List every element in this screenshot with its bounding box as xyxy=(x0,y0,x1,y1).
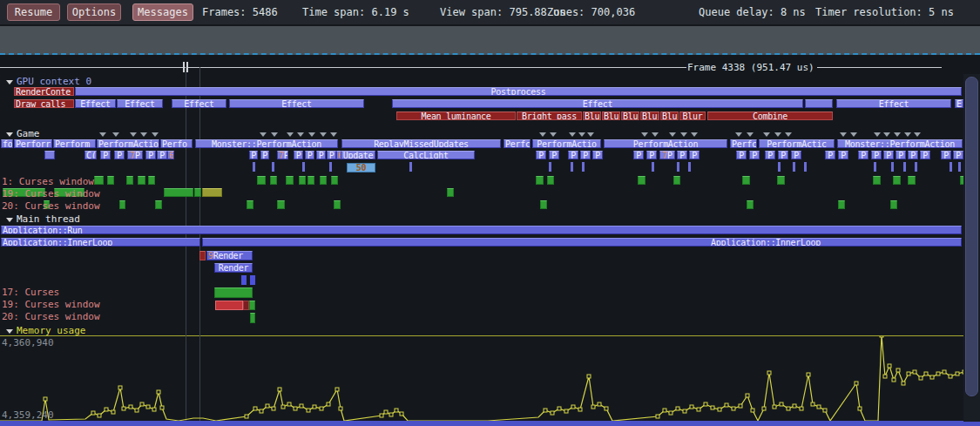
zone-box[interactable] xyxy=(320,176,327,185)
zone-group-marker-icon[interactable] xyxy=(320,132,327,137)
zone-box[interactable] xyxy=(409,162,412,172)
zone-box[interactable] xyxy=(286,176,294,185)
zone-box[interactable] xyxy=(243,301,249,310)
zone-box[interactable]: P xyxy=(838,151,848,159)
zone-box[interactable] xyxy=(302,162,305,172)
zone-box[interactable]: PerformAction xyxy=(604,139,727,148)
zone-box[interactable]: P xyxy=(689,151,700,159)
scrollbar-track[interactable] xyxy=(963,74,980,422)
zone-group-marker-icon[interactable] xyxy=(308,132,315,137)
zone-box[interactable] xyxy=(793,162,795,172)
zone-box[interactable] xyxy=(447,188,454,197)
section-header-game[interactable]: Game xyxy=(6,128,40,139)
zone-group-marker-icon[interactable] xyxy=(669,132,676,137)
zone-box[interactable]: Application::Run xyxy=(1,226,962,234)
zone-box[interactable] xyxy=(155,200,162,209)
zone-box[interactable]: 50 xyxy=(347,163,375,172)
zone-box[interactable] xyxy=(652,162,654,172)
zone-group-marker-icon[interactable] xyxy=(747,132,754,137)
zone-group-marker-icon[interactable] xyxy=(539,132,546,137)
zone-box[interactable]: P xyxy=(327,151,336,159)
zone-box[interactable]: P xyxy=(157,151,167,159)
zone-box[interactable]: Effect xyxy=(392,99,803,108)
zone-group-marker-icon[interactable] xyxy=(271,132,278,137)
zone-box[interactable] xyxy=(777,176,785,185)
zone-box[interactable]: Perfc xyxy=(730,139,757,148)
zone-box[interactable] xyxy=(890,200,897,209)
section-header-memory-usage[interactable]: Memory usage xyxy=(6,325,85,336)
zone-box[interactable] xyxy=(138,176,145,185)
zone-box[interactable]: P xyxy=(316,151,326,159)
zone-box[interactable] xyxy=(214,287,253,298)
zone-box[interactable] xyxy=(202,188,222,197)
zone-box[interactable] xyxy=(215,301,243,310)
zone-group-marker-icon[interactable] xyxy=(130,132,137,137)
zone-box[interactable]: 6 xyxy=(167,151,174,159)
zone-group-marker-icon[interactable] xyxy=(774,132,781,137)
zone-group-marker-icon[interactable] xyxy=(569,132,576,137)
messages-button[interactable]: Messages xyxy=(132,3,193,21)
zone-box[interactable] xyxy=(247,200,253,209)
zone-box[interactable]: P xyxy=(677,151,687,159)
zone-box[interactable]: Blur xyxy=(621,112,639,120)
zone-box[interactable] xyxy=(747,200,754,209)
zone-box[interactable]: 7P xyxy=(127,151,143,159)
zone-box[interactable]: 9Render xyxy=(206,251,253,260)
zone-box[interactable]: P xyxy=(305,151,314,159)
zone-group-marker-icon[interactable] xyxy=(140,132,147,137)
zone-box[interactable] xyxy=(893,176,901,185)
zone-box[interactable] xyxy=(582,162,585,172)
zone-box[interactable]: P xyxy=(941,151,951,159)
zone-group-marker-icon[interactable] xyxy=(763,132,770,137)
zone-box[interactable]: P xyxy=(294,151,303,159)
zone-box[interactable] xyxy=(257,176,266,185)
zone-box[interactable]: P xyxy=(825,151,835,159)
zone-box[interactable] xyxy=(638,176,645,185)
zone-box[interactable] xyxy=(903,162,906,172)
zone-box[interactable] xyxy=(164,188,193,197)
zone-box[interactable] xyxy=(119,200,125,209)
zone-box[interactable] xyxy=(94,176,104,185)
zone-box[interactable] xyxy=(536,176,544,185)
zone-box[interactable] xyxy=(308,176,314,185)
zone-box[interactable]: P xyxy=(580,151,591,159)
zone-box[interactable]: Blur xyxy=(640,112,659,120)
zone-box[interactable] xyxy=(270,176,277,185)
zone-group-marker-icon[interactable] xyxy=(785,132,792,137)
zone-box[interactable]: RenderConte xyxy=(14,87,74,96)
zone-box[interactable]: Blu xyxy=(660,112,679,120)
zone-box[interactable]: Render xyxy=(214,263,253,273)
zone-box[interactable] xyxy=(915,162,917,172)
zone-group-marker-icon[interactable] xyxy=(874,132,881,137)
zone-group-marker-icon[interactable] xyxy=(652,132,659,137)
zone-box[interactable] xyxy=(673,176,680,185)
zone-box[interactable]: Blur xyxy=(679,112,706,120)
zone-box[interactable] xyxy=(742,176,750,185)
zone-box[interactable] xyxy=(241,275,247,285)
zone-box[interactable]: Blur xyxy=(602,112,620,120)
zone-box[interactable]: P xyxy=(749,151,760,159)
zone-box[interactable] xyxy=(148,176,155,185)
zone-box[interactable]: ReplayMissedUpdates xyxy=(341,139,501,148)
zone-box[interactable] xyxy=(804,162,807,172)
zone-box[interactable]: CalcLight xyxy=(377,151,475,159)
zone-box[interactable] xyxy=(873,176,881,185)
zone-group-marker-icon[interactable] xyxy=(680,132,687,137)
zone-box[interactable] xyxy=(272,162,274,172)
zone-box[interactable]: Perforr xyxy=(14,139,52,148)
collapse-triangle-icon[interactable] xyxy=(6,80,13,85)
zone-box[interactable]: PerformActio xyxy=(532,139,601,148)
zone-box[interactable] xyxy=(805,99,833,108)
zone-box[interactable] xyxy=(958,162,961,172)
zone-box[interactable]: Effect xyxy=(229,99,364,108)
zone-group-marker-icon[interactable] xyxy=(691,132,698,137)
zone-group-marker-icon[interactable] xyxy=(287,132,294,137)
zone-box[interactable]: P xyxy=(908,151,918,159)
zone-box[interactable] xyxy=(547,176,554,185)
zone-box[interactable]: Update xyxy=(341,151,375,159)
zone-box[interactable] xyxy=(778,162,781,172)
zone-box[interactable] xyxy=(891,162,894,172)
zone-box[interactable] xyxy=(249,301,255,310)
zone-box[interactable]: Monster::PerformAction xyxy=(195,139,338,148)
zone-group-marker-icon[interactable] xyxy=(894,132,901,137)
